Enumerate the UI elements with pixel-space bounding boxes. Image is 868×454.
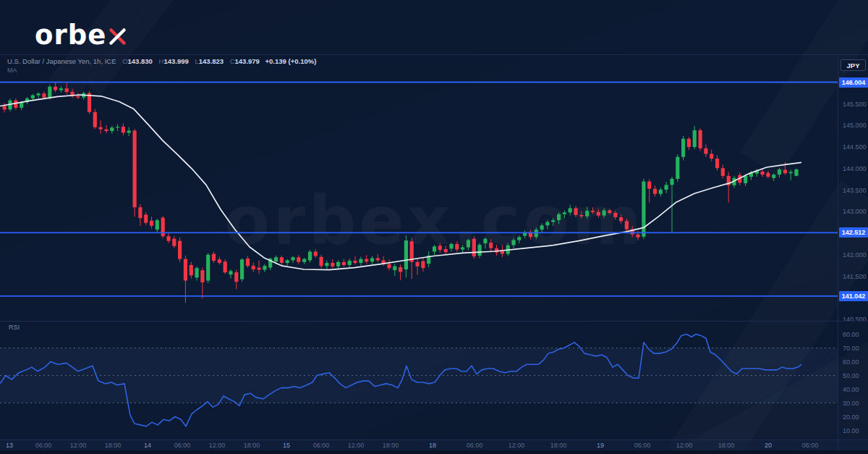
- candle-body: [619, 217, 623, 221]
- candle-body: [517, 237, 521, 240]
- bottom-strip: [0, 450, 868, 454]
- candle-body: [116, 127, 119, 127]
- candle-body: [545, 222, 549, 226]
- candle-body: [710, 154, 713, 159]
- candle-body: [133, 130, 137, 207]
- candle-body: [3, 106, 7, 110]
- candle-body: [647, 182, 651, 189]
- candle-body: [511, 240, 515, 245]
- candle-body: [483, 239, 487, 244]
- candle-body: [336, 262, 340, 266]
- high-value: 143.999: [163, 57, 188, 65]
- candle-body: [302, 259, 306, 262]
- close-value: 143.979: [235, 57, 260, 65]
- candle-body: [325, 263, 328, 266]
- candle-body: [138, 207, 142, 218]
- candle-body: [665, 185, 668, 190]
- candle-body: [274, 257, 278, 261]
- candle-body: [54, 87, 57, 91]
- candle-body: [449, 244, 453, 249]
- candle-body: [744, 176, 747, 183]
- price-chart-canvas[interactable]: [0, 54, 868, 454]
- candle-body: [110, 127, 114, 131]
- candle-body: [693, 130, 697, 147]
- candle-body: [438, 245, 442, 250]
- candle-body: [258, 268, 261, 270]
- candle-body: [104, 130, 108, 131]
- candle-body: [794, 169, 798, 176]
- candle-body: [715, 159, 719, 168]
- candle-body: [557, 214, 561, 220]
- candle-body: [240, 259, 244, 279]
- candle-body: [681, 139, 685, 157]
- time-axis-strip: [0, 440, 868, 450]
- candle-body: [359, 259, 362, 263]
- candle-body: [625, 221, 629, 229]
- symbol-description: U.S. Dollar / Japanese Yen, 1h, ICE: [7, 57, 116, 65]
- candle-body: [433, 246, 436, 251]
- candle-body: [122, 127, 125, 133]
- candle-body: [721, 168, 725, 176]
- orbex-logo-x-icon: [108, 22, 127, 53]
- candle-body: [467, 240, 470, 248]
- candle-body: [263, 266, 266, 269]
- candle-body: [291, 257, 294, 260]
- candle-body: [461, 248, 464, 250]
- candle-body: [597, 212, 600, 216]
- candle-body: [234, 272, 238, 282]
- candle-body: [653, 189, 657, 194]
- candle-body: [478, 245, 482, 256]
- candle-body: [704, 148, 707, 154]
- candle-body: [613, 213, 617, 217]
- candle-body: [76, 96, 80, 98]
- candle-body: [778, 169, 781, 175]
- candle-body: [563, 212, 566, 214]
- open-value: 143.830: [128, 57, 153, 65]
- candle-body: [195, 268, 199, 277]
- candle-body: [348, 261, 352, 265]
- candle-body: [393, 266, 396, 270]
- candle-body: [314, 252, 318, 256]
- candle-body: [206, 255, 210, 281]
- candle-body: [342, 262, 346, 265]
- candle-body: [212, 254, 216, 261]
- candle-body: [551, 220, 555, 222]
- candle-body: [37, 93, 41, 95]
- candle-body: [399, 267, 402, 272]
- candle-body: [93, 112, 97, 127]
- currency-unit-button[interactable]: JPY: [841, 59, 866, 71]
- candle-body: [579, 215, 583, 217]
- candle-body: [229, 271, 232, 274]
- candle-body: [166, 236, 170, 241]
- candle-body: [200, 270, 204, 282]
- candle-body: [603, 211, 606, 216]
- candle-body: [455, 244, 459, 250]
- candle-body: [353, 261, 357, 263]
- candle-body: [172, 239, 176, 246]
- candle-body: [535, 230, 538, 237]
- candle-body: [636, 235, 639, 237]
- candle-body: [178, 241, 182, 259]
- candle-body: [670, 179, 673, 185]
- candle-body: [331, 263, 334, 266]
- candle-body: [608, 211, 611, 214]
- candle-body: [404, 240, 408, 269]
- candle-body: [150, 221, 153, 226]
- candle-body: [574, 209, 577, 216]
- candle-body: [421, 261, 425, 269]
- candle-body: [472, 239, 476, 256]
- candle-body: [218, 259, 221, 263]
- candle-body: [190, 265, 193, 275]
- candle-body: [569, 209, 572, 213]
- candle-body: [184, 259, 187, 281]
- candle-body: [156, 220, 159, 230]
- candle-body: [416, 262, 420, 266]
- candle-body: [127, 130, 131, 133]
- candle-body: [376, 258, 380, 261]
- candle-body: [42, 93, 46, 97]
- candle-body: [365, 259, 368, 262]
- candle-body: [540, 225, 544, 230]
- ma-line: [0, 95, 801, 270]
- candle-body: [48, 87, 51, 98]
- candle-body: [766, 173, 770, 177]
